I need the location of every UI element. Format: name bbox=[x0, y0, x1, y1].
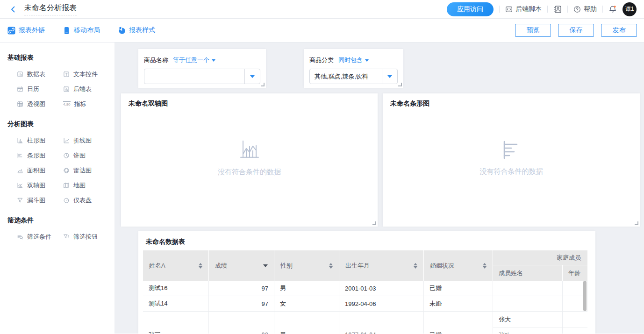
report-title[interactable]: 未命名分析报表 bbox=[24, 3, 77, 15]
column-header-name[interactable]: 姓名A bbox=[143, 250, 209, 281]
topbar: 未命名分析报表 应用访问 后端脚本 帮助 谭1 bbox=[0, 0, 644, 19]
preview-button[interactable]: 预览 bbox=[515, 24, 551, 37]
sort-icon[interactable] bbox=[329, 263, 333, 269]
sidebar-item-bar-chart[interactable]: 条形图 bbox=[17, 148, 63, 163]
column-header-member-name[interactable]: 成员姓名 bbox=[493, 265, 563, 281]
sidebar-item-backend-table[interactable]: 后端表 bbox=[63, 82, 107, 97]
sidebar-item-filter-condition[interactable]: 筛选条件 bbox=[17, 229, 63, 244]
text-widget-icon bbox=[63, 71, 70, 78]
help-button[interactable]: 帮助 bbox=[573, 5, 597, 14]
publish-button[interactable]: 发布 bbox=[601, 24, 637, 37]
widget-sidebar: 基础报表 数据表 文本控件 日历 后端表 bbox=[0, 43, 114, 334]
toolbar-right: 预览 保存 发布 bbox=[515, 24, 637, 37]
report-style-button[interactable]: 报表样式 bbox=[118, 26, 155, 35]
calendar-icon bbox=[17, 86, 23, 92]
sidebar-item-metric[interactable]: 4,80 指标 bbox=[63, 97, 107, 112]
filter-operator-dropdown[interactable]: 等于任意一个 bbox=[173, 56, 215, 64]
empty-state: 没有符合条件的数据 bbox=[121, 139, 378, 176]
mobile-icon bbox=[63, 27, 71, 35]
backend-script-button[interactable]: 后端脚本 bbox=[505, 5, 542, 14]
save-button[interactable]: 保存 bbox=[558, 24, 594, 37]
chevron-down-icon bbox=[387, 75, 392, 78]
table-title: 未命名数据表 bbox=[138, 231, 595, 246]
sidebar-item-dual-axis-chart[interactable]: 双轴图 bbox=[17, 178, 63, 193]
resize-handle[interactable] bbox=[398, 83, 402, 86]
column-header-birth[interactable]: 出生年月 bbox=[339, 250, 424, 281]
column-header-gender[interactable]: 性别 bbox=[274, 250, 339, 281]
data-table: 姓名A 成绩 性别 出生年月 bbox=[143, 250, 587, 334]
sort-desc-icon[interactable] bbox=[263, 264, 268, 267]
column-chart-icon bbox=[17, 137, 23, 144]
help-label: 帮助 bbox=[584, 5, 597, 14]
resize-handle[interactable] bbox=[372, 221, 376, 225]
resize-handle[interactable] bbox=[635, 221, 638, 225]
sidebar-item-calendar[interactable]: 日历 bbox=[17, 82, 63, 97]
data-table-icon bbox=[17, 71, 23, 78]
section-title-basic: 基础报表 bbox=[7, 54, 107, 62]
chevron-down-icon bbox=[365, 59, 369, 62]
filter-widget-product-name[interactable]: 商品名称 等于任意一个 bbox=[138, 49, 266, 88]
empty-state: 没有符合条件的数据 bbox=[383, 140, 640, 176]
sidebar-item-data-table[interactable]: 数据表 bbox=[17, 67, 63, 82]
sidebar-item-line-chart[interactable]: 折线图 bbox=[63, 133, 107, 148]
app-root: 未命名分析报表 应用访问 后端脚本 帮助 谭1 bbox=[0, 0, 644, 334]
pie-style-icon bbox=[118, 27, 126, 35]
filter-value-select[interactable] bbox=[144, 69, 260, 84]
bar-chart-icon bbox=[17, 152, 23, 159]
sidebar-item-map[interactable]: 地图 bbox=[63, 178, 107, 193]
filter-field-label: 商品分类 bbox=[309, 56, 334, 64]
app-access-button[interactable]: 应用访问 bbox=[447, 2, 494, 16]
filter-widget-product-category[interactable]: 商品分类 同时包含 其他,糕点,辣条,饮料 bbox=[304, 49, 403, 88]
notifications-button[interactable] bbox=[608, 5, 617, 14]
dual-axis-chart-panel[interactable]: 未命名双轴图 没有符合条件的数据 bbox=[121, 93, 378, 227]
toolbar-left: 报表外链 移动布局 报表样式 bbox=[7, 26, 155, 35]
sidebar-item-pie-chart[interactable]: 饼图 bbox=[63, 148, 107, 163]
divider bbox=[602, 6, 603, 13]
section-title-charts: 分析图表 bbox=[7, 120, 107, 128]
radar-chart-icon bbox=[63, 167, 70, 174]
filter-operator-dropdown[interactable]: 同时包含 bbox=[338, 56, 369, 64]
sidebar-item-filter-button[interactable]: 筛选按钮 bbox=[63, 229, 107, 244]
sidebar-item-pivot[interactable]: 透视图 bbox=[17, 97, 63, 112]
group-header-family: 家庭成员 bbox=[493, 250, 587, 265]
column-header-marital[interactable]: 婚姻状况 bbox=[424, 250, 493, 281]
dual-axis-empty-icon bbox=[238, 139, 261, 160]
filter-value-select[interactable]: 其他,糕点,辣条,饮料 bbox=[309, 69, 398, 84]
sort-icon[interactable] bbox=[414, 263, 417, 269]
sidebar-item-column-chart[interactable]: 柱形图 bbox=[17, 133, 63, 148]
dual-axis-chart-icon bbox=[17, 182, 23, 189]
table-row: 测试16 97 男 2001-01-03 已婚 bbox=[143, 281, 587, 296]
data-table-panel[interactable]: 未命名数据表 姓名A 成绩 性别 bbox=[138, 231, 595, 334]
sort-icon[interactable] bbox=[199, 263, 202, 269]
column-header-score[interactable]: 成绩 bbox=[209, 250, 274, 281]
sidebar-item-area-chart[interactable]: 面积图 bbox=[17, 163, 63, 178]
filter-value: 其他,糕点,辣条,饮料 bbox=[310, 69, 382, 84]
sidebar-item-gauge[interactable]: 仪表盘 bbox=[63, 193, 107, 208]
filter-value bbox=[144, 69, 244, 84]
topbar-right: 应用访问 后端脚本 帮助 谭1 bbox=[447, 2, 637, 16]
area-chart-icon bbox=[17, 167, 23, 174]
report-canvas: 商品名称 等于任意一个 商品分类 同时包含 bbox=[114, 43, 644, 334]
bar-chart-panel[interactable]: 未命名条形图 没有符合条件的数据 bbox=[383, 93, 640, 227]
resize-handle[interactable] bbox=[261, 83, 265, 86]
backend-script-label: 后端脚本 bbox=[515, 5, 542, 14]
back-button[interactable] bbox=[9, 5, 18, 14]
contacts-button[interactable] bbox=[553, 5, 562, 14]
sidebar-item-text-widget[interactable]: 文本控件 bbox=[63, 67, 107, 82]
divider bbox=[547, 6, 548, 13]
column-header-age[interactable]: 年龄 bbox=[563, 265, 587, 281]
sort-icon[interactable] bbox=[483, 263, 487, 269]
user-avatar[interactable]: 谭1 bbox=[623, 2, 637, 16]
sidebar-item-funnel-chart[interactable]: 漏斗图 bbox=[17, 193, 63, 208]
table-row: 张三 93 男 1977-01-04 已婚 张大 张改 bbox=[143, 312, 587, 334]
member-sub-rows: 张大 张改 bbox=[493, 312, 587, 334]
code-icon bbox=[505, 6, 513, 13]
section-charts-grid: 柱形图 折线图 条形图 饼图 面积图 bbox=[17, 133, 107, 208]
sidebar-item-radar-chart[interactable]: 雷达图 bbox=[63, 163, 107, 178]
mobile-layout-button[interactable]: 移动布局 bbox=[63, 26, 100, 35]
report-style-label: 报表样式 bbox=[129, 26, 155, 35]
report-link-button[interactable]: 报表外链 bbox=[7, 26, 45, 35]
table-scrollbar-thumb[interactable] bbox=[583, 281, 587, 311]
content: 基础报表 数据表 文本控件 日历 后端表 bbox=[0, 43, 644, 334]
filter-search-icon bbox=[17, 234, 23, 240]
